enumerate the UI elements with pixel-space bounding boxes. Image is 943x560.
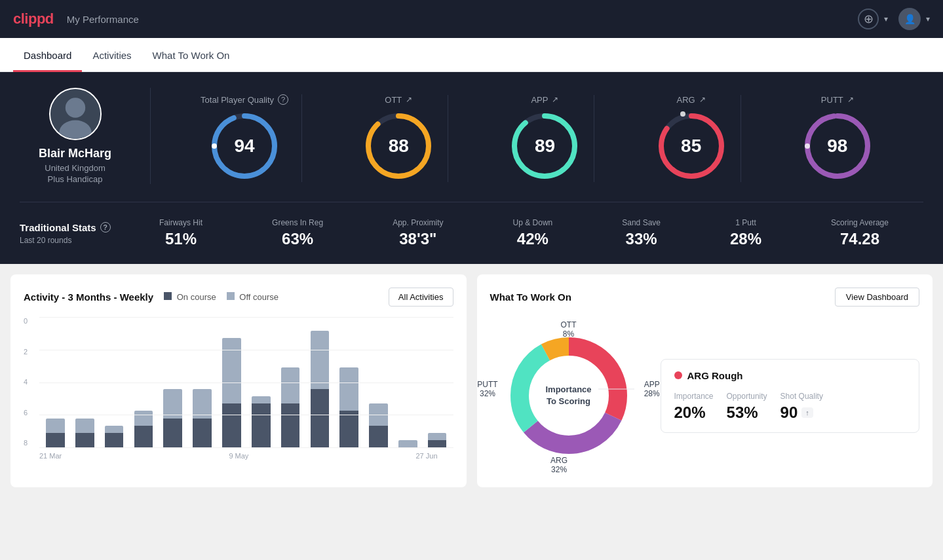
greens-in-reg-value: 63% bbox=[282, 230, 313, 248]
sand-save-label: Sand Save bbox=[622, 218, 661, 227]
bar-group bbox=[130, 317, 157, 447]
bar-group bbox=[101, 317, 128, 447]
avatar: 👤 bbox=[898, 8, 921, 30]
stat-up-down: Up & Down 42% bbox=[513, 218, 553, 248]
bar-off-course bbox=[222, 338, 241, 403]
bar-on-course bbox=[311, 389, 330, 447]
bar-group bbox=[248, 317, 275, 447]
ott-gauge: 88 bbox=[362, 110, 434, 182]
fairways-hit-value: 51% bbox=[165, 230, 197, 248]
tab-what-to-work-on[interactable]: What To Work On bbox=[142, 38, 241, 72]
legend-on-course: On course bbox=[164, 292, 216, 302]
app-gauge: 89 bbox=[509, 110, 581, 182]
arg-value: 85 bbox=[681, 136, 701, 157]
bar-group bbox=[218, 317, 245, 447]
ott-trend-icon: ↗ bbox=[406, 95, 412, 104]
wtwo-content: ImportanceTo Scoring OTT 8% APP 28% ARG … bbox=[490, 317, 920, 474]
chart-legend: On course Off course bbox=[164, 292, 279, 302]
hero-top: Blair McHarg United Kingdom Plus Handica… bbox=[20, 88, 923, 189]
app-proximity-label: App. Proximity bbox=[393, 218, 443, 227]
bar-off-course bbox=[193, 389, 212, 418]
bar-group bbox=[395, 317, 421, 447]
bar-off-course bbox=[428, 433, 447, 440]
arg-card-dot-icon bbox=[674, 371, 682, 379]
donut-center-label: ImportanceTo Scoring bbox=[545, 384, 591, 407]
scoring-avg-label: Scoring Average bbox=[831, 218, 889, 227]
wtwo-header: What To Work On View Dashboard bbox=[490, 288, 920, 307]
bar-on-course bbox=[222, 403, 241, 447]
player-handicap: Plus Handicap bbox=[48, 174, 103, 184]
avatar-chevron-icon: ▾ bbox=[926, 14, 930, 24]
activity-chart-panel: Activity - 3 Months - Weekly On course O… bbox=[10, 274, 467, 487]
trad-stats-subtitle: Last 20 rounds bbox=[20, 236, 125, 245]
arg-shot-quality: Shot Quality 90 ↑ bbox=[780, 392, 823, 422]
header-left: clippd My Performance bbox=[13, 10, 139, 28]
bar-on-course bbox=[46, 433, 65, 447]
arg-shot-quality-badge: ↑ bbox=[801, 407, 813, 418]
fairways-hit-label: Fairways Hit bbox=[159, 218, 202, 227]
tab-activities[interactable]: Activities bbox=[82, 38, 142, 72]
bar-off-course bbox=[398, 440, 417, 447]
all-activities-button[interactable]: All Activities bbox=[389, 288, 453, 307]
trad-stats-items: Fairways Hit 51% Greens In Reg 63% App. … bbox=[125, 218, 923, 248]
chart-x-axis: 21 Mar 9 May 27 Jun bbox=[24, 448, 453, 460]
trad-stats-title: Traditional Stats ? bbox=[20, 222, 125, 233]
putt-label: PUTT ↗ bbox=[821, 95, 854, 105]
total-quality-info-icon[interactable]: ? bbox=[278, 94, 288, 105]
bar-off-course bbox=[339, 367, 358, 411]
ott-donut-label: OTT 8% bbox=[561, 320, 577, 339]
arg-opportunity: Opportunity 53% bbox=[727, 392, 767, 422]
bar-on-course bbox=[134, 426, 153, 447]
metric-putt: PUTT ↗ 98 bbox=[788, 95, 887, 182]
bar-group bbox=[424, 317, 451, 447]
arg-label: ARG ↗ bbox=[677, 95, 706, 105]
bar-off-course bbox=[105, 426, 124, 433]
bar-on-course bbox=[163, 419, 182, 447]
off-course-dot-icon bbox=[227, 292, 235, 300]
arg-gauge: 85 bbox=[655, 110, 727, 182]
on-course-dot-icon bbox=[164, 292, 172, 300]
page-title: My Performance bbox=[67, 14, 139, 25]
svg-point-13 bbox=[680, 111, 685, 117]
app-label: APP ↗ bbox=[531, 95, 558, 105]
app-donut-label: APP 28% bbox=[644, 380, 660, 398]
bar-off-course bbox=[46, 419, 65, 433]
traditional-stats: Traditional Stats ? Last 20 rounds Fairw… bbox=[20, 202, 923, 248]
greens-in-reg-label: Greens In Reg bbox=[272, 218, 323, 227]
bar-on-course bbox=[281, 403, 300, 447]
stat-greens-in-reg: Greens In Reg 63% bbox=[272, 218, 323, 248]
up-down-label: Up & Down bbox=[513, 218, 553, 227]
total-quality-label: Total Player Quality ? bbox=[201, 94, 288, 105]
add-button[interactable]: ⊕ bbox=[858, 9, 879, 29]
activity-chart-header: Activity - 3 Months - Weekly On course O… bbox=[24, 288, 453, 307]
logo: clippd bbox=[13, 10, 54, 28]
scoring-avg-value: 74.28 bbox=[840, 230, 879, 248]
player-name: Blair McHarg bbox=[39, 147, 111, 160]
metric-arg: ARG ↗ 85 bbox=[642, 95, 741, 182]
trad-stats-info-icon[interactable]: ? bbox=[100, 222, 111, 233]
arg-opportunity-label: Opportunity bbox=[727, 392, 767, 401]
trad-stats-label: Traditional Stats ? Last 20 rounds bbox=[20, 222, 125, 245]
bar-on-course bbox=[428, 440, 447, 447]
bar-group bbox=[189, 317, 216, 447]
arg-donut-label: ARG 32% bbox=[550, 456, 568, 474]
tab-dashboard[interactable]: Dashboard bbox=[13, 38, 82, 72]
bar-off-course bbox=[75, 419, 94, 433]
metrics-area: Total Player Quality ? 94 OTT ↗ bbox=[151, 88, 923, 189]
bar-group bbox=[336, 317, 362, 447]
bar-on-course bbox=[193, 419, 212, 447]
bar-on-course bbox=[105, 433, 124, 447]
view-dashboard-button[interactable]: View Dashboard bbox=[835, 288, 919, 307]
ott-label: OTT ↗ bbox=[385, 95, 412, 105]
metric-ott: OTT ↗ 88 bbox=[349, 95, 448, 182]
bar-on-course bbox=[339, 411, 358, 447]
arg-card-title: ARG Rough bbox=[674, 370, 906, 381]
app-trend-icon: ↗ bbox=[552, 95, 558, 104]
arg-importance: Importance 20% bbox=[674, 392, 714, 422]
bar-group bbox=[42, 317, 69, 447]
arg-shot-quality-label: Shot Quality bbox=[780, 392, 823, 401]
metric-total-quality: Total Player Quality ? 94 bbox=[187, 94, 302, 182]
arg-opportunity-value: 53% bbox=[727, 403, 767, 422]
arg-card-metrics: Importance 20% Opportunity 53% Shot Qual… bbox=[674, 392, 906, 422]
bar-group bbox=[365, 317, 392, 447]
